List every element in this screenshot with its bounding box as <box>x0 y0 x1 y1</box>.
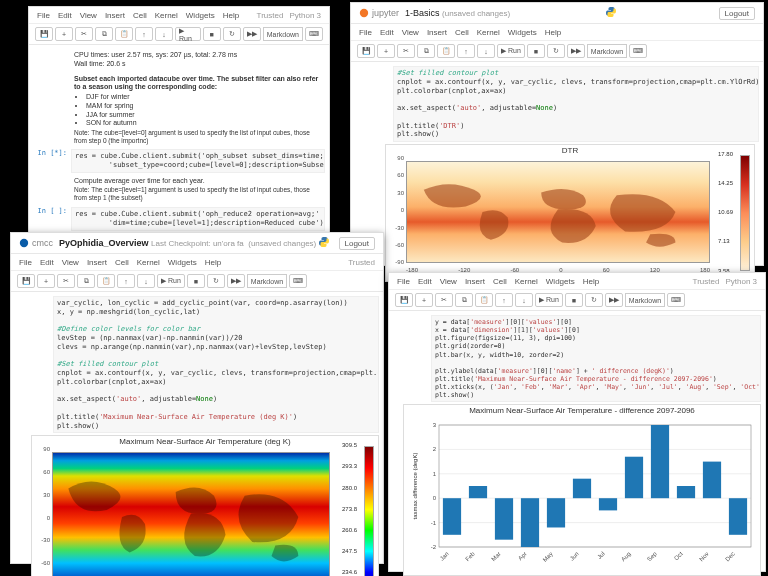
cut-button[interactable]: ✂ <box>397 44 415 58</box>
restart-button[interactable]: ↻ <box>585 293 603 307</box>
copy-button[interactable]: ⧉ <box>95 27 113 41</box>
menu-widgets[interactable]: Widgets <box>186 11 215 20</box>
celltype-select[interactable]: Markdown <box>625 293 665 307</box>
run-button[interactable]: ▶ Run <box>535 293 563 307</box>
stop-button[interactable]: ■ <box>203 27 221 41</box>
menu-cell[interactable]: Cell <box>493 277 507 286</box>
restart-button[interactable]: ↻ <box>207 274 225 288</box>
menu-file[interactable]: File <box>397 277 410 286</box>
stop-button[interactable]: ■ <box>565 293 583 307</box>
stop-button[interactable]: ■ <box>527 44 545 58</box>
celltype-select[interactable]: Markdown <box>587 44 627 58</box>
copy-button[interactable]: ⧉ <box>417 44 435 58</box>
menu-help[interactable]: Help <box>205 258 221 267</box>
menu-insert[interactable]: Insert <box>427 28 447 37</box>
menu-kernel[interactable]: Kernel <box>515 277 538 286</box>
restart-button[interactable]: ↻ <box>223 27 241 41</box>
run-all-button[interactable]: ▶▶ <box>243 27 261 41</box>
copy-button[interactable]: ⧉ <box>77 274 95 288</box>
chart-title: Maximum Near-Surface Air Temperature (de… <box>32 436 378 448</box>
menu-help[interactable]: Help <box>583 277 599 286</box>
plot-output-dtr: DTR 9060300-30-60-90 17. <box>385 144 755 282</box>
menu-help[interactable]: Help <box>223 11 239 20</box>
save-button[interactable]: 💾 <box>395 293 413 307</box>
notebook-title[interactable]: PyOphidia_Overview Last Checkpoint: un'o… <box>59 238 316 248</box>
code-cell[interactable]: res = cube.Cube.client.submit('oph_reduc… <box>71 207 325 231</box>
down-button[interactable]: ↓ <box>477 44 495 58</box>
run-button[interactable]: ▶ Run <box>497 44 525 58</box>
run-all-button[interactable]: ▶▶ <box>227 274 245 288</box>
menu-widgets[interactable]: Widgets <box>546 277 575 286</box>
add-cell-button[interactable]: + <box>415 293 433 307</box>
menu-view[interactable]: View <box>440 277 457 286</box>
menu-help[interactable]: Help <box>545 28 561 37</box>
menu-cell[interactable]: Cell <box>133 11 147 20</box>
menu-file[interactable]: File <box>359 28 372 37</box>
paste-button[interactable]: 📋 <box>97 274 115 288</box>
down-button[interactable]: ↓ <box>515 293 533 307</box>
celltype-select[interactable]: Markdown <box>247 274 287 288</box>
down-button[interactable]: ↓ <box>155 27 173 41</box>
menu-view[interactable]: View <box>80 11 97 20</box>
paste-button[interactable]: 📋 <box>115 27 133 41</box>
logout-button[interactable]: Logout <box>719 7 755 20</box>
paste-button[interactable]: 📋 <box>437 44 455 58</box>
cut-button[interactable]: ✂ <box>75 27 93 41</box>
keyboard-button[interactable]: ⌨ <box>289 274 307 288</box>
code-cell[interactable]: #Set filled contour plot cnplot = ax.con… <box>393 66 759 142</box>
logout-button[interactable]: Logout <box>339 237 375 250</box>
menu-insert[interactable]: Insert <box>87 258 107 267</box>
save-button[interactable]: 💾 <box>35 27 53 41</box>
add-cell-button[interactable]: + <box>37 274 55 288</box>
keyboard-button[interactable]: ⌨ <box>305 27 323 41</box>
add-cell-button[interactable]: + <box>377 44 395 58</box>
save-button[interactable]: 💾 <box>357 44 375 58</box>
code-cell[interactable]: y = data['measure'][0]['values'][0] x = … <box>431 315 761 402</box>
up-button[interactable]: ↑ <box>457 44 475 58</box>
menu-view[interactable]: View <box>402 28 419 37</box>
menu-view[interactable]: View <box>62 258 79 267</box>
down-button[interactable]: ↓ <box>137 274 155 288</box>
stop-button[interactable]: ■ <box>187 274 205 288</box>
menu-edit[interactable]: Edit <box>58 11 72 20</box>
cut-button[interactable]: ✂ <box>57 274 75 288</box>
menu-widgets[interactable]: Widgets <box>508 28 537 37</box>
add-cell-button[interactable]: + <box>55 27 73 41</box>
code-cell[interactable]: var_cyclic, lon_cyclic = add_cyclic_poin… <box>53 296 379 433</box>
svg-text:Nov: Nov <box>698 551 710 563</box>
menu-file[interactable]: File <box>19 258 32 267</box>
kernel-label[interactable]: Python 3 <box>289 11 321 20</box>
cell-prompt <box>33 49 71 71</box>
keyboard-button[interactable]: ⌨ <box>629 44 647 58</box>
menu-cell[interactable]: Cell <box>115 258 129 267</box>
menu-kernel[interactable]: Kernel <box>155 11 178 20</box>
paste-button[interactable]: 📋 <box>475 293 493 307</box>
restart-button[interactable]: ↻ <box>547 44 565 58</box>
colorbar <box>740 155 750 271</box>
run-button[interactable]: ▶ Run <box>175 27 201 41</box>
up-button[interactable]: ↑ <box>495 293 513 307</box>
cut-button[interactable]: ✂ <box>435 293 453 307</box>
menu-widgets[interactable]: Widgets <box>168 258 197 267</box>
keyboard-button[interactable]: ⌨ <box>667 293 685 307</box>
copy-button[interactable]: ⧉ <box>455 293 473 307</box>
menu-edit[interactable]: Edit <box>418 277 432 286</box>
menu-cell[interactable]: Cell <box>455 28 469 37</box>
kernel-label[interactable]: Python 3 <box>725 277 757 286</box>
menu-kernel[interactable]: Kernel <box>477 28 500 37</box>
run-button[interactable]: ▶ Run <box>157 274 185 288</box>
menu-file[interactable]: File <box>37 11 50 20</box>
up-button[interactable]: ↑ <box>117 274 135 288</box>
notebook-title[interactable]: 1-Basics (unsaved changes) <box>405 8 510 18</box>
menu-edit[interactable]: Edit <box>380 28 394 37</box>
menu-kernel[interactable]: Kernel <box>137 258 160 267</box>
celltype-select[interactable]: Markdown <box>263 27 303 41</box>
menu-insert[interactable]: Insert <box>105 11 125 20</box>
save-button[interactable]: 💾 <box>17 274 35 288</box>
menu-insert[interactable]: Insert <box>465 277 485 286</box>
run-all-button[interactable]: ▶▶ <box>567 44 585 58</box>
code-cell[interactable]: res = cube.Cube.client.submit('oph_subse… <box>71 149 325 173</box>
menu-edit[interactable]: Edit <box>40 258 54 267</box>
run-all-button[interactable]: ▶▶ <box>605 293 623 307</box>
up-button[interactable]: ↑ <box>135 27 153 41</box>
